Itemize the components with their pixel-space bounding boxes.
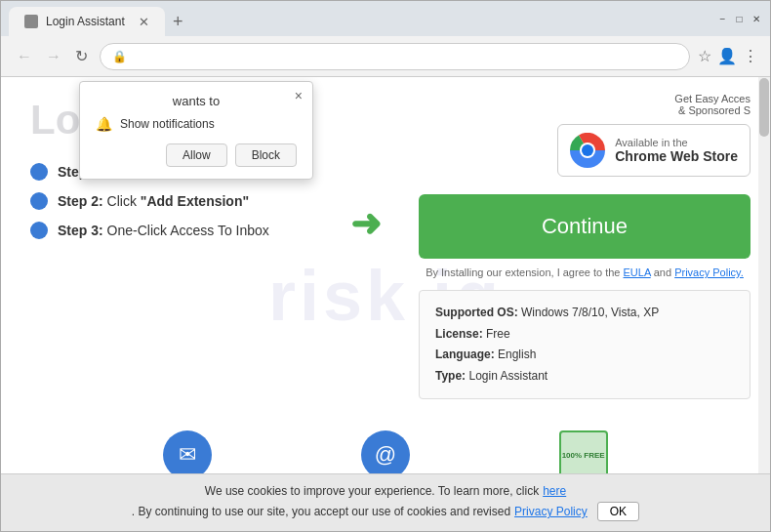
reload-button[interactable]: ↻ (71, 45, 92, 67)
step-3-text: Step 3: One-Click Access To Inbox (58, 223, 269, 238)
tab-bar: Login Assistant ✕ + (9, 1, 712, 36)
lock-icon: 🔒 (112, 50, 127, 63)
scrollbar-thumb[interactable] (759, 78, 769, 137)
address-bar-actions: ☆ 👤 ⋮ (698, 47, 758, 65)
tab-favicon (24, 15, 38, 28)
certified-badge-wrap: 100% FREE (559, 430, 608, 473)
window-close-button[interactable]: ✕ (750, 13, 762, 25)
info-type: Type: Login Assistant (435, 366, 734, 388)
eula-link[interactable]: EULA (624, 266, 651, 278)
popup-wants-text: wants to (96, 94, 297, 108)
privacy-policy-link[interactable]: Privacy Policy. (674, 266, 744, 278)
popup-show-notifications-text: Show notifications (120, 117, 215, 131)
address-bar: ← → ↻ 🔒 ☆ 👤 ⋮ (1, 36, 770, 77)
cookie-privacy-link[interactable]: Privacy Policy (514, 505, 588, 518)
nav-buttons: ← → ↻ (13, 45, 92, 67)
step-3-icon (30, 222, 48, 239)
step-2: Step 2: Click "Add Extension" (30, 192, 741, 210)
notification-popup: × wants to 🔔 Show notifications Allow Bl… (79, 81, 313, 180)
cookie-here-link[interactable]: here (543, 484, 566, 498)
cookie-bar: We use cookies to improve your experienc… (1, 473, 770, 531)
tab-title: Login Assistant (46, 15, 125, 28)
menu-button[interactable]: ⋮ (743, 47, 758, 65)
info-language: Language: English (435, 345, 734, 366)
chrome-store-text: Available in the Chrome Web Store (615, 137, 738, 164)
forward-button[interactable]: → (42, 46, 65, 67)
step-2-icon (30, 192, 48, 210)
title-bar: Login Assistant ✕ + − □ ✕ (1, 1, 770, 36)
cookie-ok-button[interactable]: OK (597, 502, 639, 521)
mail-icon: ✉ (163, 430, 212, 473)
block-button[interactable]: Block (235, 143, 297, 167)
popup-notification-row: 🔔 Show notifications (96, 116, 297, 132)
info-os: Supported OS: Windows 7/8/10, Vista, XP (435, 303, 734, 324)
popup-action-buttons: Allow Block (96, 143, 297, 167)
step-1-icon (30, 163, 48, 181)
minimize-button[interactable]: − (716, 13, 729, 25)
active-tab[interactable]: Login Assistant ✕ (9, 7, 165, 36)
scrollbar-track[interactable] (758, 77, 770, 473)
at-icon-wrap: @ (361, 430, 410, 473)
popup-close-button[interactable]: × (295, 88, 303, 103)
bookmark-button[interactable]: ☆ (698, 47, 711, 65)
bottom-icons-row: ✉ @ 100% FREE (30, 415, 741, 473)
back-button[interactable]: ← (13, 46, 36, 67)
svg-point-2 (582, 144, 593, 156)
new-tab-button[interactable]: + (165, 8, 191, 36)
info-license: License: Free (435, 324, 734, 346)
mail-icon-wrap: ✉ (163, 430, 212, 473)
certified-badge: 100% FREE (559, 430, 608, 473)
browser-window: Login Assistant ✕ + − □ ✕ ← → ↻ 🔒 ☆ 👤 ⋮ (0, 0, 771, 532)
get-access-text: Get Easy Acces & Sponsored S (674, 93, 751, 116)
step-2-text: Step 2: Click "Add Extension" (58, 193, 249, 209)
info-box: Supported OS: Windows 7/8/10, Vista, XP … (419, 290, 751, 399)
page-content: × wants to 🔔 Show notifications Allow Bl… (1, 77, 770, 473)
step-3: Step 3: One-Click Access To Inbox (30, 222, 741, 239)
url-bar[interactable]: 🔒 (100, 43, 690, 70)
bell-icon: 🔔 (96, 116, 112, 132)
at-icon: @ (361, 430, 410, 473)
terms-text: By Installing our extension, I agree to … (419, 266, 751, 278)
maximize-button[interactable]: □ (733, 13, 746, 25)
tab-close-button[interactable]: ✕ (139, 15, 149, 29)
account-button[interactable]: 👤 (717, 47, 737, 65)
window-controls: − □ ✕ (716, 13, 762, 25)
allow-button[interactable]: Allow (166, 143, 227, 167)
